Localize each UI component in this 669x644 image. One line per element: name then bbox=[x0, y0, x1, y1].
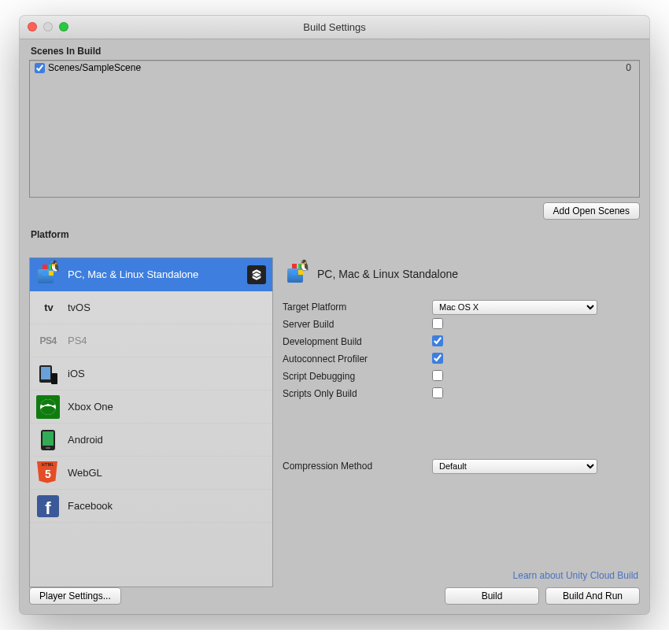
server-build-label: Server Build bbox=[283, 319, 432, 330]
player-settings-button[interactable]: Player Settings... bbox=[29, 587, 121, 605]
platform-item-label: tvOS bbox=[68, 302, 91, 313]
facebook-icon: f bbox=[36, 494, 60, 518]
platform-item-ps4[interactable]: PS4 PS4 bbox=[30, 324, 272, 357]
scripts-only-build-checkbox[interactable] bbox=[432, 387, 443, 398]
server-build-checkbox[interactable] bbox=[432, 318, 443, 329]
platform-item-android[interactable]: Android bbox=[30, 424, 272, 457]
platform-item-label: Android bbox=[68, 434, 103, 446]
unity-logo-icon bbox=[247, 265, 266, 284]
titlebar: Build Settings bbox=[20, 16, 649, 39]
content: Scenes In Build Scenes/SampleScene 0 Add… bbox=[20, 39, 649, 614]
scenes-label: Scenes In Build bbox=[31, 46, 640, 57]
platform-item-label: PS4 bbox=[68, 335, 87, 346]
build-button[interactable]: Build bbox=[445, 587, 539, 605]
platform-item-xboxone[interactable]: Xbox One bbox=[30, 390, 272, 424]
build-and-run-button[interactable]: Build And Run bbox=[545, 587, 640, 605]
scripts-only-build-label: Scripts Only Build bbox=[283, 388, 432, 399]
ios-icon bbox=[36, 362, 60, 386]
development-build-checkbox[interactable] bbox=[432, 335, 443, 346]
window-controls bbox=[28, 22, 68, 31]
platform-item-label: PC, Mac & Linux Standalone bbox=[68, 268, 198, 280]
xbox-icon bbox=[36, 395, 60, 419]
platform-item-label: iOS bbox=[68, 368, 85, 379]
tvos-icon: tv bbox=[36, 296, 60, 320]
autoconnect-profiler-label: Autoconnect Profiler bbox=[283, 353, 432, 365]
ps4-icon: PS4 bbox=[36, 329, 60, 353]
script-debugging-label: Script Debugging bbox=[283, 371, 432, 382]
development-build-label: Development Build bbox=[283, 336, 432, 347]
add-open-scenes-button[interactable]: Add Open Scenes bbox=[543, 202, 640, 220]
platform-item-label: Facebook bbox=[68, 500, 113, 512]
pml-icon bbox=[36, 263, 60, 287]
platform-item-label: Xbox One bbox=[68, 401, 113, 413]
webgl-icon: HTML5 bbox=[36, 461, 60, 485]
compression-method-select[interactable]: Default bbox=[432, 459, 597, 474]
platform-list: PC, Mac & Linux Standalone tv tvOS bbox=[29, 257, 273, 587]
android-icon bbox=[36, 428, 60, 452]
cloud-build-link[interactable]: Learn about Unity Cloud Build bbox=[283, 570, 638, 581]
scene-checkbox[interactable] bbox=[35, 63, 45, 73]
platform-label: Platform bbox=[31, 229, 640, 240]
autoconnect-profiler-checkbox[interactable] bbox=[432, 353, 443, 364]
minimize-icon bbox=[43, 22, 53, 31]
zoom-icon[interactable] bbox=[59, 22, 68, 31]
platform-details: PC, Mac & Linux Standalone Target Platfo… bbox=[283, 257, 640, 587]
scene-row[interactable]: Scenes/SampleScene 0 bbox=[30, 61, 639, 75]
script-debugging-checkbox[interactable] bbox=[432, 370, 443, 381]
target-platform-select[interactable]: Mac OS X bbox=[432, 300, 597, 315]
target-platform-label: Target Platform bbox=[283, 302, 432, 313]
window-title: Build Settings bbox=[303, 21, 366, 33]
close-icon[interactable] bbox=[28, 22, 37, 31]
platform-item-label: WebGL bbox=[68, 467, 102, 479]
scenes-list[interactable]: Scenes/SampleScene 0 bbox=[29, 60, 640, 198]
details-header-label: PC, Mac & Linux Standalone bbox=[317, 268, 458, 280]
platform-item-webgl[interactable]: HTML5 WebGL bbox=[30, 457, 272, 490]
platform-item-facebook[interactable]: f Facebook bbox=[30, 490, 272, 523]
scene-name: Scenes/SampleScene bbox=[48, 62, 626, 73]
platform-item-standalone[interactable]: PC, Mac & Linux Standalone bbox=[30, 258, 272, 291]
scene-index: 0 bbox=[626, 62, 634, 73]
pml-icon bbox=[286, 262, 309, 286]
build-settings-window: Build Settings Scenes In Build Scenes/Sa… bbox=[20, 16, 649, 614]
platform-item-ios[interactable]: iOS bbox=[30, 357, 272, 390]
compression-method-label: Compression Method bbox=[283, 461, 432, 472]
platform-item-tvos[interactable]: tv tvOS bbox=[30, 291, 272, 324]
